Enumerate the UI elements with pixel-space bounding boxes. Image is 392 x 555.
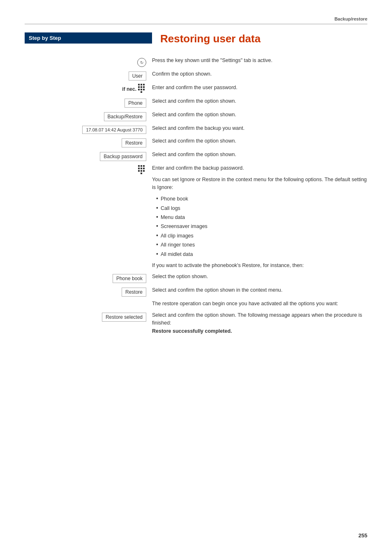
section-header: Backup/restore bbox=[25, 16, 367, 24]
svg-rect-17 bbox=[141, 170, 142, 172]
right-cell-phone: Select and confirm the option shown. bbox=[152, 97, 367, 105]
step-row-date: 17.08.07 14:42 August 3770 Select and co… bbox=[25, 124, 367, 134]
list-item-ringers: All ringer tones bbox=[156, 240, 367, 249]
keypad-icon-main bbox=[138, 165, 146, 175]
phonebook-restore-info: If you want to activate the phonebook's … bbox=[152, 262, 367, 269]
left-cell-date: 17.08.07 14:42 August 3770 bbox=[25, 124, 152, 134]
restore-context-label: Restore bbox=[122, 288, 146, 297]
svg-rect-14 bbox=[141, 168, 142, 169]
left-cell-user: User bbox=[25, 70, 152, 81]
left-cell-restore: Restore bbox=[25, 137, 152, 147]
step-row-phone-book: Phone book Select the option shown. bbox=[25, 273, 367, 283]
svg-rect-2 bbox=[143, 84, 145, 85]
phone-book-label: Phone book bbox=[113, 274, 146, 283]
date-label: 17.08.07 14:42 August 3770 bbox=[82, 126, 146, 134]
left-cell-restore-context: Restore bbox=[25, 286, 152, 297]
svg-rect-0 bbox=[138, 84, 140, 85]
restore-success-text: Restore successfully completed. bbox=[152, 328, 232, 334]
step-row-restore-op-info: The restore operation can begin once you… bbox=[25, 300, 367, 308]
list-item-screensaver: Screensaver images bbox=[156, 221, 367, 230]
step-row-restore-context: Restore Select and confirm the option sh… bbox=[25, 286, 367, 297]
left-cell-icon: ↻ bbox=[25, 57, 152, 67]
steps-container: ↻ Press the key shown until the "Setting… bbox=[25, 57, 367, 335]
right-cell-backup-restore: Select and confirm the option shown. bbox=[152, 111, 367, 119]
svg-rect-3 bbox=[138, 86, 140, 88]
page-number: 255 bbox=[358, 532, 367, 539]
right-cell-restore-op: The restore operation can begin once you… bbox=[152, 300, 367, 308]
svg-rect-4 bbox=[141, 86, 142, 88]
backup-password-label: Backup password bbox=[100, 152, 146, 161]
right-cell-restore: Select and confirm the option shown. bbox=[152, 137, 367, 145]
step-by-step-heading: Step by Step bbox=[25, 32, 152, 44]
list-item-clipimages: All clip images bbox=[156, 231, 367, 240]
keypad-icon-ifnec bbox=[138, 84, 146, 94]
svg-rect-7 bbox=[141, 89, 142, 90]
step-row-backup-restore: Backup/Restore Select and confirm the op… bbox=[25, 111, 367, 121]
right-cell-restore-selected: Select and confirm the option shown. The… bbox=[152, 311, 367, 335]
right-cell-keypad: Enter and confirm the backup password. Y… bbox=[152, 164, 367, 269]
right-cell-restore-context: Select and confirm the option shown in t… bbox=[152, 286, 367, 294]
left-cell-empty-restore-op bbox=[25, 300, 152, 301]
svg-rect-13 bbox=[138, 168, 140, 169]
restore-label: Restore bbox=[122, 138, 146, 147]
left-cell-phone: Phone bbox=[25, 97, 152, 108]
left-cell-backup-restore: Backup/Restore bbox=[25, 111, 152, 121]
svg-rect-1 bbox=[141, 84, 142, 85]
step-row-keypad: Enter and confirm the backup password. Y… bbox=[25, 164, 367, 269]
step-row-restore-selected: Restore selected Select and confirm the … bbox=[25, 311, 367, 335]
restore-selected-label: Restore selected bbox=[102, 313, 146, 322]
step-row-user: User Confirm the option shown. bbox=[25, 70, 367, 81]
step-row-phone: Phone Select and confirm the option show… bbox=[25, 97, 367, 108]
svg-rect-11 bbox=[141, 165, 142, 167]
svg-rect-18 bbox=[143, 170, 145, 172]
list-item-calllogs: Call logs bbox=[156, 203, 367, 212]
left-cell-backup-password: Backup password bbox=[25, 151, 152, 161]
step-row-settings-icon: ↻ Press the key shown until the "Setting… bbox=[25, 57, 367, 67]
svg-rect-8 bbox=[143, 89, 145, 90]
list-item-phonebook: Phone book bbox=[156, 194, 367, 203]
left-column: Step by Step bbox=[25, 32, 152, 53]
right-cell-ifnec: Enter and confirm the user password. bbox=[152, 84, 367, 92]
right-column: Restoring user data bbox=[152, 32, 367, 53]
settings-icon: ↻ bbox=[137, 58, 146, 67]
svg-rect-6 bbox=[138, 89, 140, 90]
if-nec-label: if nec. bbox=[122, 86, 136, 92]
svg-rect-10 bbox=[138, 165, 140, 167]
left-cell-keypad bbox=[25, 164, 152, 175]
right-cell-user: Confirm the option shown. bbox=[152, 70, 367, 78]
options-list: Phone book Call logs Menu data Screensav… bbox=[156, 194, 367, 258]
right-cell-backup-password: Select and confirm the option shown. bbox=[152, 151, 367, 159]
svg-rect-16 bbox=[138, 170, 140, 172]
right-cell-settings: Press the key shown until the "Settings"… bbox=[152, 57, 367, 64]
user-label: User bbox=[129, 71, 146, 81]
step-row-ifnec: if nec. Enter and bbox=[25, 84, 367, 94]
svg-rect-15 bbox=[143, 168, 145, 169]
main-content: Step by Step Restoring user data bbox=[25, 32, 367, 53]
svg-rect-5 bbox=[143, 86, 145, 88]
right-cell-phone-book: Select the option shown. bbox=[152, 273, 367, 281]
right-cell-date: Select and confirm the backup you want. bbox=[152, 124, 367, 132]
phone-label: Phone bbox=[125, 99, 146, 108]
step-row-backup-password: Backup password Select and confirm the o… bbox=[25, 151, 367, 161]
list-item-midlet: All midlet data bbox=[156, 249, 367, 258]
page-container: Backup/restore Step by Step Restoring us… bbox=[0, 0, 392, 555]
svg-rect-12 bbox=[143, 165, 145, 167]
step-row-restore: Restore Select and confirm the option sh… bbox=[25, 137, 367, 147]
left-cell-phone-book: Phone book bbox=[25, 273, 152, 283]
page-title: Restoring user data bbox=[160, 32, 367, 45]
svg-rect-9 bbox=[141, 91, 142, 93]
context-menu-info: You can set Ignore or Restore in the con… bbox=[152, 176, 367, 192]
section-title: Backup/restore bbox=[334, 16, 367, 21]
left-cell-ifnec: if nec. bbox=[25, 84, 152, 94]
list-item-menudata: Menu data bbox=[156, 212, 367, 221]
backup-restore-label: Backup/Restore bbox=[104, 112, 146, 121]
svg-rect-19 bbox=[141, 173, 142, 174]
left-cell-restore-selected: Restore selected bbox=[25, 311, 152, 322]
